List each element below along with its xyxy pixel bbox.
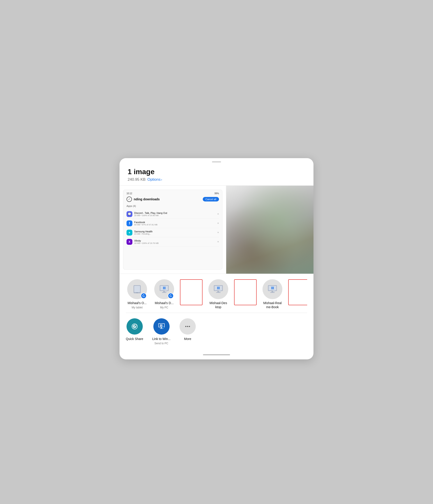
svg-rect-26 [273, 287, 274, 288]
svg-rect-36 [161, 324, 162, 325]
svg-rect-20 [219, 290, 221, 292]
sync-badge [141, 293, 147, 299]
close-icon[interactable]: ✕ [217, 222, 219, 225]
svg-rect-29 [273, 290, 275, 292]
device-item-mishaal-desktop[interactable]: Mishaal-Des ktop [207, 279, 230, 309]
svg-rect-15 [216, 292, 221, 293]
svg-rect-8 [164, 287, 166, 288]
list-item: + Samsung Health 23 MB • Pending... ✕ [126, 228, 219, 237]
header-section: 1 image 240.95 KB Options › [120, 162, 313, 185]
device-icon-wrap [127, 279, 147, 299]
quick-share-icon [131, 322, 139, 331]
svg-rect-6 [162, 292, 167, 293]
devices-scroll: Mishaal's O... My tablet [126, 279, 307, 309]
options-label: Options [147, 177, 160, 182]
svg-rect-2 [136, 293, 138, 293]
phone-status-bar: 10:12 99% [126, 192, 219, 195]
link-to-windows-action[interactable]: Link to Win... Send to PC [152, 318, 170, 345]
action-label: Quick Share [126, 337, 143, 341]
nearby-devices-section: Mishaal's O... My tablet [120, 274, 313, 313]
device-item-placeholder-1 [180, 279, 203, 305]
svg-rect-16 [217, 287, 218, 288]
app-name: Discord - Talk, Play, Hang Out [134, 212, 215, 214]
app-name: Samsung Health [134, 230, 215, 233]
home-indicator [203, 354, 230, 355]
chevron-right-icon: › [161, 178, 162, 181]
discord-icon: 💬 [126, 211, 133, 217]
close-icon[interactable]: ✕ [217, 241, 219, 243]
monitor-icon [212, 283, 224, 295]
svg-point-43 [185, 326, 186, 327]
action-label: Link to Win... [152, 337, 170, 341]
file-size: 240.95 KB [128, 177, 145, 182]
svg-rect-35 [160, 324, 161, 325]
actions-section: Quick Share [120, 313, 313, 352]
monitor-icon [158, 283, 170, 295]
svg-rect-19 [219, 288, 220, 289]
options-link[interactable]: Options › [147, 177, 162, 182]
device-sub: My tablet [132, 306, 143, 309]
device-item-placeholder-2 [234, 279, 257, 305]
close-icon[interactable]: ✕ [217, 231, 219, 234]
facebook-icon: f [126, 220, 133, 226]
tablet-icon [132, 284, 142, 294]
device-icon-wrap [208, 279, 228, 299]
device-item-mishaal-tablet[interactable]: Mishaal's O... My tablet [126, 279, 148, 309]
svg-rect-28 [273, 288, 274, 289]
device-icon-wrap [263, 279, 282, 299]
cancel-all-button[interactable]: Cancel all [203, 197, 219, 201]
phone-screen-inner: 10:12 99% ✓ nding downloads Cancel all A… [123, 190, 222, 270]
list-item: f Facebook 69 MB • 97% of 47.91 MB ✕ [126, 219, 219, 228]
svg-rect-24 [270, 292, 275, 293]
app-name: Facebook [134, 221, 215, 224]
device-name: Mishaal's D... [155, 301, 174, 305]
svg-rect-17 [219, 287, 220, 288]
svg-rect-11 [165, 290, 167, 292]
status-battery: 99% [214, 192, 219, 195]
list-item: 💬 Discord - Talk, Play, Hang Out 20 MB •… [126, 210, 219, 219]
phone-top-bar: ✓ nding downloads Cancel all [126, 197, 219, 202]
app-size: 18 MB • 100% of 19.76 MB [134, 242, 215, 244]
device-name: Mishaal's O... [128, 301, 147, 305]
blurred-photo [226, 186, 313, 274]
app-info: Facebook 69 MB • 97% of 47.91 MB [134, 221, 215, 226]
file-info-row: 240.95 KB Options › [128, 177, 305, 182]
svg-rect-10 [164, 288, 166, 289]
link-windows-icon-circle [153, 318, 170, 334]
app-info: Discord - Talk, Play, Hang Out 20 MB • 1… [134, 212, 215, 216]
link-windows-icon [157, 322, 166, 331]
back-check-icon: ✓ [126, 197, 132, 202]
svg-rect-39 [161, 327, 162, 328]
bottom-bar [120, 352, 313, 359]
device-item-mishaal-realme[interactable]: Mishaal-Real me-Book [261, 279, 284, 309]
sync-badge [168, 293, 174, 299]
app-size: 23 MB • Pending... [134, 233, 215, 235]
xfinity-icon: X [126, 239, 133, 245]
action-sublabel: Send to PC [154, 342, 168, 345]
svg-rect-1 [134, 286, 140, 292]
svg-point-32 [134, 326, 135, 327]
svg-point-44 [187, 326, 188, 327]
more-action[interactable]: More [179, 318, 196, 341]
svg-rect-27 [271, 288, 273, 289]
app-info: Samsung Health 23 MB • Pending... [134, 230, 215, 235]
share-sheet: 1 image 240.95 KB Options › 10:12 99% ✓ … [120, 158, 313, 360]
more-icon-circle [179, 318, 196, 334]
quick-share-action[interactable]: Quick Share [126, 318, 143, 341]
svg-rect-7 [163, 287, 164, 288]
device-item-placeholder-3 [288, 279, 307, 305]
app-size: 20 MB • 100% of 20.80 MB [134, 214, 215, 216]
apps-label: Apps (4) [126, 205, 219, 207]
pending-title: nding downloads [134, 198, 160, 201]
svg-rect-18 [217, 288, 218, 289]
app-name: Xfinity [134, 239, 215, 242]
device-item-mishaal-pc[interactable]: Mishaal's D... My PC [153, 279, 176, 309]
image-preview-section: 10:12 99% ✓ nding downloads Cancel all A… [120, 186, 313, 274]
status-time: 10:12 [126, 192, 132, 195]
svg-rect-37 [160, 326, 161, 327]
svg-rect-25 [271, 287, 273, 288]
phone-screenshot: 10:12 99% ✓ nding downloads Cancel all A… [120, 186, 226, 274]
close-icon[interactable]: ✕ [217, 213, 219, 215]
more-dots-icon [184, 323, 191, 330]
action-label: More [184, 337, 191, 341]
